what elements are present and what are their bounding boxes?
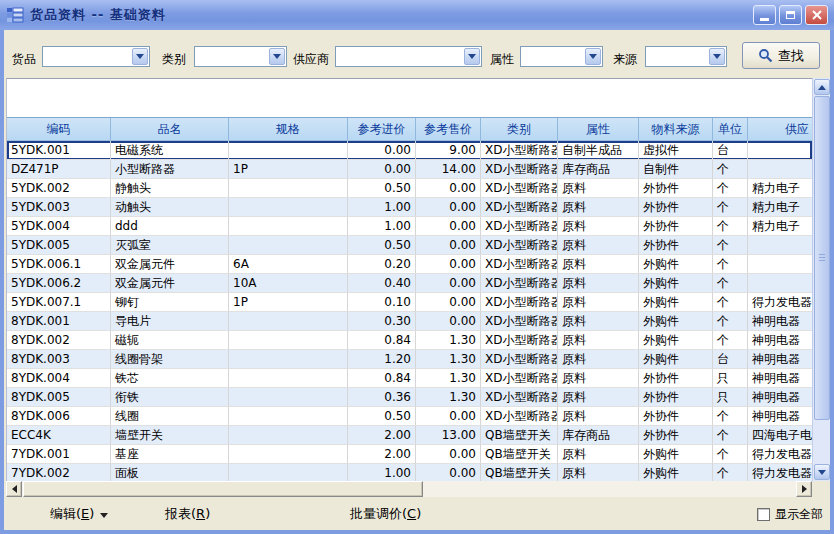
cell-supplier: [748, 255, 812, 274]
search-icon: [758, 48, 773, 63]
cell-source: 外购件: [639, 312, 713, 331]
cell-unit: 个: [713, 160, 748, 179]
titlebar[interactable]: 货品资料 -- 基础资料: [0, 0, 834, 30]
chevron-down-icon[interactable]: [269, 48, 285, 65]
table-row[interactable]: 5YDK.002静触头0.500.00XD小型断路器原料外协件个精力电子: [7, 179, 812, 198]
scroll-up-button[interactable]: [814, 79, 830, 95]
category-filter-combobox[interactable]: [194, 46, 287, 67]
table-row[interactable]: 5YDK.001电磁系统0.009.00XD小型断路器自制半成品虚拟件台: [7, 141, 812, 160]
footer-toolbar: 编辑(E) 报表(R) 批量调价(C) 显示全部: [4, 497, 830, 530]
cell-unit: 个: [713, 217, 748, 236]
cell-spec: [229, 217, 348, 236]
cell-source: 外协件: [639, 198, 713, 217]
table-row[interactable]: 8YDK.006线圈0.500.00XD小型断路器原料外协件个神明电器: [7, 407, 812, 426]
edit-menu-button[interactable]: 编辑(E): [50, 505, 108, 523]
cell-code: 8YDK.005: [7, 388, 111, 407]
cell-source: 外购件: [639, 255, 713, 274]
vertical-scrollbar[interactable]: [812, 78, 830, 481]
cell-unit: 个: [713, 464, 748, 481]
arrow-down-icon: [818, 470, 826, 475]
report-button[interactable]: 报表(R): [165, 505, 210, 523]
vertical-scroll-thumb[interactable]: [814, 96, 830, 420]
table-row[interactable]: 8YDK.002磁轭0.841.30XD小型断路器原料外购件个神明电器: [7, 331, 812, 350]
table-row[interactable]: 5YDK.007.1铆钉1P0.100.00XD小型断路器原料外购件个得力发电器: [7, 293, 812, 312]
cell-source: 外协件: [639, 217, 713, 236]
cell-attribute: 原料: [558, 274, 639, 293]
source-filter-label: 来源: [613, 51, 637, 68]
cell-unit: 只: [713, 388, 748, 407]
supplier-filter-combobox[interactable]: [335, 46, 482, 67]
table-row[interactable]: 8YDK.001导电片0.300.00XD小型断路器原料外购件个神明电器: [7, 312, 812, 331]
scroll-right-button[interactable]: [796, 481, 812, 497]
chevron-down-icon[interactable]: [585, 48, 601, 65]
cell-spec: [229, 198, 348, 217]
cell-spec: [229, 331, 348, 350]
cell-buy_price: 0.30: [348, 312, 416, 331]
column-header-attribute[interactable]: 属性: [558, 118, 639, 140]
batch-reprice-button[interactable]: 批量调价(C): [350, 505, 421, 523]
table-row[interactable]: 8YDK.004铁芯0.841.30XD小型断路器原料外协件只神明电器: [7, 369, 812, 388]
find-button[interactable]: 查找: [742, 42, 820, 69]
data-grid: 编码品名规格参考进价参考售价类别属性物料来源单位供应 5YDK.001电磁系统0…: [6, 78, 812, 481]
cell-unit: 个: [713, 255, 748, 274]
chevron-down-icon[interactable]: [464, 48, 480, 65]
table-row[interactable]: DZ471P小型断路器1P0.0014.00XD小型断路器库存商品自制件个: [7, 160, 812, 179]
grid-blank-area: [7, 79, 812, 117]
maximize-button[interactable]: [779, 5, 802, 25]
close-button[interactable]: [805, 5, 828, 25]
cell-name: 磁轭: [111, 331, 229, 350]
column-header-category[interactable]: 类别: [481, 118, 558, 140]
column-header-buy_price[interactable]: 参考进价: [348, 118, 416, 140]
cell-name: 小型断路器: [111, 160, 229, 179]
cell-code: 5YDK.004: [7, 217, 111, 236]
table-row[interactable]: 8YDK.003线圈骨架1.201.30XD小型断路器原料外购件台神明电器: [7, 350, 812, 369]
column-header-name[interactable]: 品名: [111, 118, 229, 140]
cell-supplier: 神明电器: [748, 388, 812, 407]
cell-spec: [229, 464, 348, 481]
cell-sell_price: 0.00: [416, 179, 481, 198]
cell-attribute: 原料: [558, 255, 639, 274]
minimize-button[interactable]: [753, 5, 776, 25]
table-row[interactable]: 5YDK.006.1双金属元件6A0.200.00XD小型断路器原料外购件个: [7, 255, 812, 274]
cell-code: 5YDK.006.2: [7, 274, 111, 293]
column-header-sell_price[interactable]: 参考售价: [416, 118, 481, 140]
cell-buy_price: 0.00: [348, 141, 416, 160]
table-row[interactable]: 5YDK.003动触头1.000.00XD小型断路器原料外协件个精力电子: [7, 198, 812, 217]
cell-buy_price: 2.00: [348, 426, 416, 445]
table-row[interactable]: 7YDK.002面板1.000.00QB墙壁开关原料外购件个得力发电器: [7, 464, 812, 481]
source-filter-combobox[interactable]: [645, 46, 727, 67]
table-row[interactable]: 7YDK.001基座2.000.00QB墙壁开关原料外购件个得力发电器: [7, 445, 812, 464]
cell-name: ddd: [111, 217, 229, 236]
table-row[interactable]: 5YDK.005灭弧室0.500.00XD小型断路器原料外协件个: [7, 236, 812, 255]
cell-supplier: 精力电子: [748, 179, 812, 198]
show-all-checkbox[interactable]: 显示全部: [757, 506, 823, 523]
column-header-supplier[interactable]: 供应: [748, 118, 812, 140]
table-row[interactable]: 5YDK.004ddd1.000.00XD小型断路器原料外协件个精力电子: [7, 217, 812, 236]
goods-filter-combobox[interactable]: [42, 46, 150, 67]
column-header-code[interactable]: 编码: [7, 118, 111, 140]
horizontal-scroll-thumb[interactable]: [23, 481, 423, 497]
chevron-down-icon[interactable]: [132, 48, 148, 65]
horizontal-scrollbar[interactable]: [6, 481, 812, 497]
table-row[interactable]: 5YDK.006.2双金属元件10A0.400.00XD小型断路器原料外购件个: [7, 274, 812, 293]
scroll-left-button[interactable]: [6, 481, 22, 497]
cell-buy_price: 0.84: [348, 369, 416, 388]
chevron-down-icon[interactable]: [709, 48, 725, 65]
cell-attribute: 自制半成品: [558, 141, 639, 160]
cell-source: 外购件: [639, 293, 713, 312]
cell-buy_price: 0.50: [348, 236, 416, 255]
cell-code: 8YDK.004: [7, 369, 111, 388]
cell-source: 外协件: [639, 179, 713, 198]
cell-buy_price: 0.50: [348, 179, 416, 198]
cell-sell_price: 14.00: [416, 160, 481, 179]
column-header-source[interactable]: 物料来源: [639, 118, 713, 140]
cell-spec: [229, 369, 348, 388]
attribute-filter-combobox[interactable]: [520, 46, 603, 67]
column-header-spec[interactable]: 规格: [229, 118, 348, 140]
cell-supplier: 神明电器: [748, 369, 812, 388]
table-row[interactable]: ECC4K墙壁开关2.0013.00QB墙壁开关库存商品外协件个四海电子电: [7, 426, 812, 445]
scroll-down-button[interactable]: [814, 464, 830, 480]
cell-name: 铆钉: [111, 293, 229, 312]
table-row[interactable]: 8YDK.005衔铁0.361.30XD小型断路器原料外协件只神明电器: [7, 388, 812, 407]
column-header-unit[interactable]: 单位: [713, 118, 748, 140]
